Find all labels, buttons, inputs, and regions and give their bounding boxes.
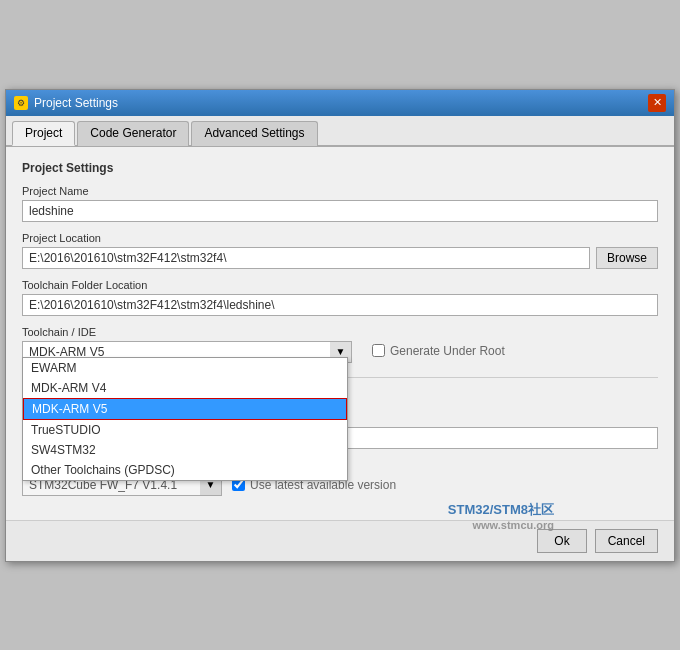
main-window: ⚙ Project Settings ✕ Project Code Genera… — [5, 89, 675, 562]
tab-bar: Project Code Generator Advanced Settings — [6, 116, 674, 147]
toolchain-ide-label: Toolchain / IDE — [22, 326, 352, 338]
window-icon: ⚙ — [14, 96, 28, 110]
title-bar-left: ⚙ Project Settings — [14, 96, 118, 110]
project-name-label: Project Name — [22, 185, 658, 197]
generate-under-root-label[interactable]: Generate Under Root — [372, 344, 505, 358]
dropdown-item-ewarm[interactable]: EWARM — [23, 358, 347, 378]
browse-button[interactable]: Browse — [596, 247, 658, 269]
project-location-input[interactable] — [22, 247, 590, 269]
bottom-bar: STM32/STM8社区 www.stmcu.org Ok Cancel — [6, 520, 674, 561]
cancel-button[interactable]: Cancel — [595, 529, 658, 553]
ok-button[interactable]: Ok — [537, 529, 586, 553]
toolchain-dropdown: EWARM MDK-ARM V4 MDK-ARM V5 TrueSTUDIO S… — [22, 357, 348, 481]
dropdown-item-other[interactable]: Other Toolchains (GPDSC) — [23, 460, 347, 480]
toolchain-right: Generate Under Root — [372, 326, 658, 358]
title-bar: ⚙ Project Settings ✕ — [6, 90, 674, 116]
project-section-title: Project Settings — [22, 161, 658, 175]
project-location-group: Project Location Browse — [22, 232, 658, 269]
toolchain-folder-label: Toolchain Folder Location — [22, 279, 658, 291]
project-location-label: Project Location — [22, 232, 658, 244]
project-location-row: Browse — [22, 247, 658, 269]
dropdown-item-mdk-v4[interactable]: MDK-ARM V4 — [23, 378, 347, 398]
window-title: Project Settings — [34, 96, 118, 110]
close-button[interactable]: ✕ — [648, 94, 666, 112]
dropdown-item-sw4stm32[interactable]: SW4STM32 — [23, 440, 347, 460]
tab-code-generator[interactable]: Code Generator — [77, 121, 189, 146]
content-area: Project Settings Project Name Project Lo… — [6, 147, 674, 520]
project-name-input[interactable] — [22, 200, 658, 222]
toolchain-folder-input[interactable] — [22, 294, 658, 316]
dropdown-item-mdk-v5[interactable]: MDK-ARM V5 — [23, 398, 347, 420]
generate-under-root-checkbox[interactable] — [372, 344, 385, 357]
dropdown-item-truestudio[interactable]: TrueSTUDIO — [23, 420, 347, 440]
toolchain-folder-group: Toolchain Folder Location — [22, 279, 658, 316]
tab-project[interactable]: Project — [12, 121, 75, 146]
project-name-group: Project Name — [22, 185, 658, 222]
tab-advanced-settings[interactable]: Advanced Settings — [191, 121, 317, 146]
